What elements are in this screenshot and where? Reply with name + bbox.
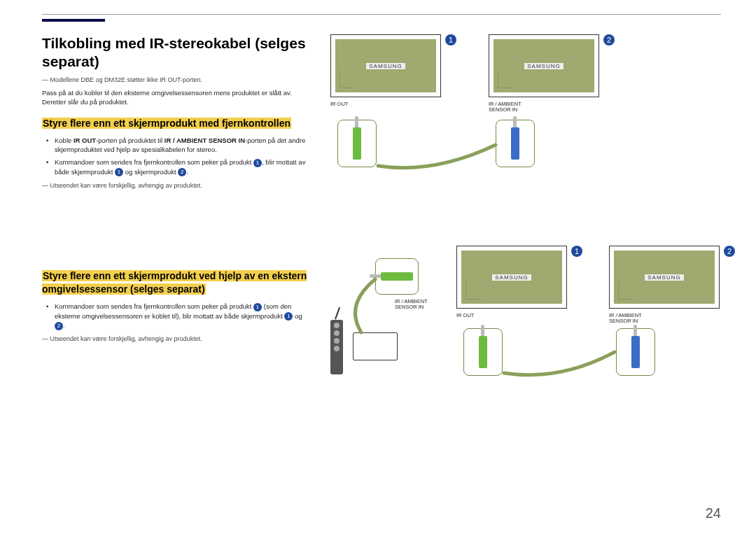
model-note: Modellene DBE og DM32E støtter ikke IR O… [42,76,308,85]
section1-heading: Styre flere enn ett skjermprodukt med fj… [42,117,308,130]
audio-jack-icon [381,272,413,281]
section2-heading: Styre flere enn ett skjermprodukt ved hj… [42,269,308,296]
list-item: Kommandoer som sendes fra fjernkontrolle… [55,157,308,177]
jack-green-horizontal [375,258,419,295]
monitor-2: SAMSUNG 2 [489,34,615,97]
header-rule [42,14,721,15]
monitor-1: SAMSUNG 1 [330,34,456,97]
cable-icon [490,341,630,383]
appearance-note: Utseendet kan være forskjellig, avhengig… [42,181,308,190]
ir-ambient-label: IR / AMBIENT SENSOR IN [395,299,435,311]
right-column: SAMSUNG 1 IR OUT SAMSUNG 2 IR / AMBIENT … [330,34,721,418]
jack-blue [616,328,655,376]
badge-1-icon: 1 [445,34,456,45]
header-accent [42,19,105,22]
ir-ambient-label: IR / AMBIENT SENSOR IN [489,101,531,113]
audio-jack-icon [353,127,361,160]
cable-icon [364,132,511,174]
connect-text: Pass på at du kobler til den eksterne om… [42,88,308,107]
jack-green [463,328,503,376]
samsung-logo: SAMSUNG [645,274,683,281]
badge-1-icon: 1 [571,246,582,257]
badge-1-icon: 1 [115,168,123,176]
ir-out-label: IR OUT [456,313,474,318]
samsung-logo: SAMSUNG [492,274,531,281]
page-number: 24 [706,505,721,521]
badge-2-icon: 2 [724,246,735,257]
list-item: Koble IR OUT-porten på produktet til IR … [55,136,308,155]
left-column: Tilkobling med IR-stereokabel (selges se… [42,34,308,418]
audio-jack-icon [631,336,640,368]
ir-ambient-label: IR / AMBIENT SENSOR IN [609,313,650,325]
remote-control-icon [330,320,343,374]
section2-bullets: Kommandoer som sendes fra fjernkontrolle… [42,302,308,330]
monitor-1: SAMSUNG 1 [456,246,582,309]
content-columns: Tilkobling med IR-stereokabel (selges se… [42,34,721,418]
audio-jack-icon [511,127,519,160]
badge-1-icon: 1 [284,312,293,321]
list-item: Kommandoer som sendes fra fjernkontrolle… [55,302,308,330]
appearance-note: Utseendet kan være forskjellig, avhengig… [42,335,308,344]
page-title: Tilkobling med IR-stereokabel (selges se… [42,34,308,71]
external-sensor-icon [353,332,398,360]
diagram-1: SAMSUNG 1 IR OUT SAMSUNG 2 IR / AMBIENT … [330,34,721,188]
samsung-logo: SAMSUNG [524,63,563,69]
jack-green [337,120,377,167]
badge-2-icon: 2 [178,168,186,176]
badge-2-icon: 2 [55,322,63,330]
ir-out-label: IR OUT [330,101,348,107]
badge-1-icon: 1 [253,159,262,167]
diagram-2: IR / AMBIENT SENSOR IN SAMSUNG 1 IR OUT [330,258,721,398]
badge-1-icon: 1 [253,303,262,311]
jack-blue [496,120,535,167]
audio-jack-icon [479,336,487,368]
badge-2-icon: 2 [603,34,615,45]
section1-bullets: Koble IR OUT-porten på produktet til IR … [42,136,308,177]
samsung-logo: SAMSUNG [366,63,405,69]
page: Tilkobling med IR-stereokabel (selges se… [0,0,756,534]
monitor-2: SAMSUNG 2 [609,246,735,309]
